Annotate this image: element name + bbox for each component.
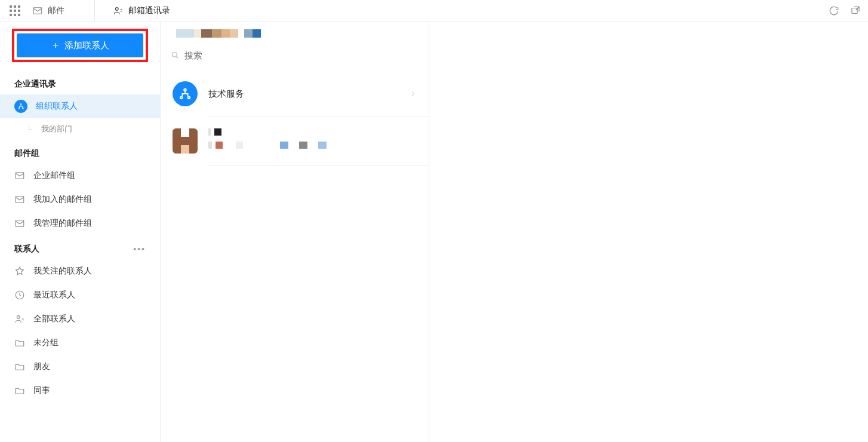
sidebar-item-all-contacts[interactable]: 全部联系人 — [0, 307, 160, 331]
contact-row[interactable] — [161, 116, 429, 165]
svg-point-4 — [19, 108, 20, 109]
folder-icon — [14, 385, 25, 396]
sidebar-item-label: 最近联系人 — [33, 290, 75, 300]
svg-rect-8 — [16, 220, 24, 227]
svg-point-13 — [180, 97, 183, 99]
svg-rect-6 — [16, 173, 24, 179]
nav-contacts-label: 邮箱通讯录 — [128, 5, 170, 16]
redacted-line-1 — [208, 128, 417, 136]
svg-point-12 — [184, 89, 186, 91]
plus-icon — [51, 41, 60, 50]
sidebar-item-label: 朋友 — [33, 361, 50, 372]
sidebar-item-colleagues[interactable]: 同事 — [0, 379, 160, 403]
sidebar-item-label: 我加入的邮件组 — [33, 194, 92, 205]
contacts-icon — [113, 5, 124, 16]
folder-icon — [14, 337, 25, 348]
add-contact-button[interactable]: 添加联系人 — [17, 33, 143, 57]
org-tree-icon — [14, 100, 27, 113]
contact-list-panel: 技术服务 — [161, 22, 429, 442]
department-row[interactable]: 技术服务 — [161, 72, 429, 116]
svg-rect-0 — [33, 7, 42, 14]
sidebar-item-label: 同事 — [33, 385, 50, 396]
search-icon — [170, 50, 180, 60]
sidebar-item-my-dept[interactable]: 我的部门 — [0, 118, 160, 140]
sidebar-item-managed-mailgroup[interactable]: 我管理的邮件组 — [0, 211, 160, 235]
sidebar-item-org-contacts[interactable]: 组织联系人 — [0, 94, 160, 118]
nav-mail-label: 邮件 — [48, 5, 64, 16]
sidebar-item-friends[interactable]: 朋友 — [0, 355, 160, 379]
nav-mail[interactable]: 邮件 — [32, 5, 64, 16]
search-box[interactable] — [170, 45, 419, 65]
add-contact-highlight: 添加联系人 — [12, 29, 148, 62]
sidebar-item-label: 企业邮件组 — [33, 170, 75, 181]
sidebar-item-recent-contacts[interactable]: 最近联系人 — [0, 283, 160, 307]
svg-rect-7 — [16, 197, 24, 203]
sidebar-item-label: 我关注的联系人 — [33, 266, 92, 277]
open-external-icon[interactable] — [850, 5, 861, 16]
star-icon — [14, 266, 25, 277]
divider — [208, 165, 429, 166]
sidebar-item-label: 未分组 — [33, 337, 59, 348]
sidebar-item-label: 全部联系人 — [33, 314, 75, 324]
mail-icon — [32, 5, 43, 16]
sidebar-item-label: 我管理的邮件组 — [33, 218, 92, 229]
section-title-contacts: 联系人 ••• — [0, 235, 160, 259]
org-tree-icon — [173, 81, 198, 106]
contact-info — [208, 128, 417, 149]
detail-pane — [429, 22, 868, 442]
section-title-enterprise: 企业通讯录 — [0, 70, 160, 94]
refresh-icon[interactable] — [829, 5, 839, 16]
sidebar-item-label: 我的部门 — [41, 124, 72, 134]
sidebar-item-ungrouped[interactable]: 未分组 — [0, 331, 160, 355]
sidebar-item-label: 组织联系人 — [36, 101, 78, 112]
sidebar-item-joined-mailgroup[interactable]: 我加入的邮件组 — [0, 188, 160, 211]
more-icon[interactable]: ••• — [133, 244, 146, 254]
svg-point-3 — [20, 104, 21, 105]
svg-point-11 — [172, 52, 177, 57]
redacted-line-2 — [208, 142, 417, 149]
redacted-breadcrumb — [176, 29, 261, 38]
sidebar-item-enterprise-mailgroup[interactable]: 企业邮件组 — [0, 164, 160, 188]
search-input[interactable] — [184, 50, 419, 60]
mail-icon — [14, 170, 25, 181]
nav-contacts[interactable]: 邮箱通讯录 — [113, 5, 170, 16]
add-contact-label: 添加联系人 — [64, 40, 109, 51]
svg-point-1 — [115, 7, 118, 10]
section-title-mailgroups: 邮件组 — [0, 140, 160, 164]
mail-icon — [14, 218, 25, 229]
avatar — [173, 128, 198, 154]
breadcrumb — [161, 22, 429, 45]
svg-point-14 — [188, 97, 190, 99]
folder-icon — [14, 361, 25, 372]
apps-grid-icon[interactable] — [10, 5, 20, 16]
department-name: 技术服务 — [208, 88, 399, 100]
top-bar: 邮件 邮箱通讯录 — [0, 0, 868, 22]
sidebar: 添加联系人 企业通讯录 组织联系人 我的部门 邮件组 企业邮 — [0, 22, 161, 442]
person-icon — [14, 314, 25, 324]
sidebar-item-followed-contacts[interactable]: 我关注的联系人 — [0, 259, 160, 283]
chevron-right-icon — [410, 90, 417, 97]
mail-icon — [14, 194, 25, 205]
nav-divider — [94, 0, 95, 22]
svg-point-5 — [23, 108, 24, 109]
clock-icon — [14, 290, 25, 300]
svg-point-10 — [17, 316, 20, 319]
